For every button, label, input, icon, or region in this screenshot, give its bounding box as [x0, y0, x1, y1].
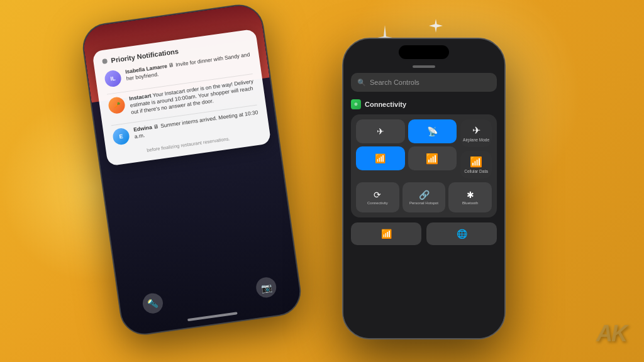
ak-logo: AK: [596, 321, 626, 347]
cellular-data-labeled[interactable]: 📶 Cellular Data: [460, 151, 492, 178]
connectivity-badge-symbol: ⊕: [354, 102, 358, 107]
notification-title: Priority Notifications: [111, 47, 179, 64]
hotspot-icon: 🔗: [419, 190, 430, 200]
connectivity-icon: ⟳: [374, 190, 381, 200]
airplane-mode-tile[interactable]: ✈: [356, 119, 405, 143]
phone-back: Priority Notifications IL Isabella Lamar…: [80, 1, 304, 337]
airplane-icon: ✈: [377, 126, 384, 136]
wifi-active-icon: 📡: [427, 126, 438, 136]
wifi-bottom-icon: 📶: [381, 229, 392, 239]
flashlight-icon: 🔦: [142, 292, 164, 315]
globe-icon: 🌐: [457, 229, 467, 239]
connectivity-badge-icon: ⊕: [351, 99, 361, 109]
bluetooth-tile[interactable]: ✱ Bluetooth: [448, 182, 492, 212]
wifi-icon: 📶: [375, 153, 386, 163]
left-cluster: ✈ 📡 📶: [356, 119, 457, 178]
notification-card: Priority Notifications IL Isabella Lamar…: [92, 29, 271, 167]
camera-icon: 📷: [255, 276, 277, 299]
hotspot-label: Personal Hotspot: [409, 201, 438, 205]
connectivity-label: Connectivity: [365, 101, 406, 108]
connectivity-cluster: ✈ 📡 📶: [351, 114, 497, 217]
bottom-wifi-row: 📶 🌐: [351, 222, 497, 245]
avatar-isabella: IL: [104, 69, 122, 87]
home-bar-back: [187, 312, 238, 321]
cellular-icon: 📶: [426, 153, 438, 165]
right-tiles: ✈ Airplane Mode 📶 Cellular Data: [460, 119, 492, 178]
dynamic-island: [399, 45, 449, 59]
connectivity-tile[interactable]: ⟳ Connectivity: [356, 182, 399, 212]
cellular-label: Cellular Data: [464, 169, 488, 173]
personal-hotspot-tile[interactable]: 🔗 Personal Hotspot: [402, 182, 446, 212]
bottom-pair: 📶 📶: [356, 146, 457, 170]
cellular-tile[interactable]: 📶: [408, 146, 457, 170]
pull-bar: [413, 65, 435, 68]
connectivity-tile-label: Connectivity: [367, 201, 388, 205]
cellular-labeled-icon: 📶: [470, 156, 482, 168]
top-pair: ✈ 📡: [356, 119, 457, 143]
search-icon: 🔍: [357, 79, 366, 87]
bluetooth-label: Bluetooth: [462, 201, 478, 205]
notification-dot: [102, 58, 108, 64]
control-center-screen: 🔍 Search Controls ⊕ Connectivity: [343, 39, 504, 338]
wifi-bottom-tile[interactable]: 📶: [351, 222, 421, 245]
notif-text-instacart: Instacart Your Instacart order is on the…: [129, 78, 257, 116]
connectivity-section: ⊕ Connectivity ✈: [351, 99, 497, 245]
wifi-active-tile[interactable]: 📡: [408, 119, 457, 143]
cluster-row-1: ✈ 📡 📶: [356, 119, 492, 178]
avatar-edwina: E: [112, 128, 130, 146]
search-controls-bar[interactable]: 🔍 Search Controls: [351, 73, 497, 92]
airplane-mode-labeled[interactable]: ✈ Airplane Mode: [460, 119, 492, 147]
sparkle-small: [429, 19, 443, 33]
airplane-label: Airplane Mode: [463, 138, 489, 142]
search-placeholder: Search Controls: [370, 79, 419, 86]
phone-back-screen: Priority Notifications IL Isabella Lamar…: [81, 3, 303, 337]
globe-bottom-tile[interactable]: 🌐: [426, 222, 497, 245]
connectivity-header: ⊕ Connectivity: [351, 99, 497, 109]
avatar-instacart: 🥕: [108, 96, 126, 114]
airplane-labeled-icon: ✈: [472, 124, 480, 136]
bluetooth-icon: ✱: [467, 190, 474, 200]
cluster-row-2: ⟳ Connectivity 🔗 Personal Hotspot ✱ Blue…: [356, 182, 492, 212]
lock-bottom-controls: 🔦 📷: [119, 273, 300, 317]
wifi-tile[interactable]: 📶: [356, 146, 405, 170]
phone-front: 🔍 Search Controls ⊕ Connectivity: [342, 38, 506, 339]
